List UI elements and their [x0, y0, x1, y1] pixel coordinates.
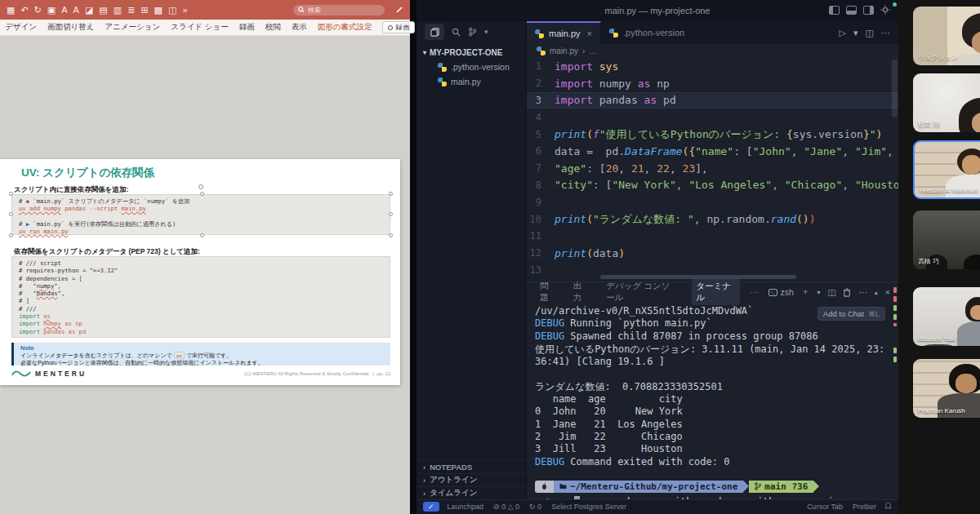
- ribbon-tab[interactable]: 図形の書式設定: [318, 22, 372, 33]
- toggle-sidebar-icon[interactable]: [829, 6, 840, 15]
- close-tab-icon[interactable]: ×: [587, 29, 592, 38]
- sidebar-section[interactable]: ›タイムライン: [416, 486, 526, 499]
- toolbar-icon[interactable]: ▥: [114, 6, 122, 15]
- slide-canvas[interactable]: UV: スクリプトの依存関係 スクリプト内に直接依存関係を追加: # ◆ `ma…: [0, 159, 400, 385]
- editor-tab[interactable]: main.py×: [527, 21, 601, 44]
- ribbon-tab[interactable]: スライド ショー: [171, 22, 228, 33]
- sidebar-section[interactable]: ›アウトライン: [416, 473, 526, 486]
- panel-tab[interactable]: 出力: [568, 279, 594, 305]
- notifications-bell-icon[interactable]: [884, 502, 892, 510]
- toolbar-icon[interactable]: A: [74, 6, 79, 15]
- code-line[interactable]: 7"age": [20, 21, 22, 23],: [527, 160, 898, 177]
- sidebar-section[interactable]: ›NOTEPADS: [416, 460, 526, 473]
- ribbon-tab[interactable]: 校閲: [265, 22, 281, 33]
- participant-video[interactable]: Hossain Al Mahmud: [913, 140, 980, 199]
- participant-video[interactable]: リュクション: [913, 7, 980, 65]
- run-button[interactable]: ▷: [840, 28, 846, 38]
- vertical-scrollbar[interactable]: [892, 60, 898, 117]
- statusbar-item[interactable]: Select Postgres Server: [551, 502, 626, 512]
- toolbar-icon[interactable]: ◫: [168, 6, 176, 15]
- selection-handle[interactable]: [389, 212, 393, 216]
- toolbar-icon[interactable]: ▦: [7, 6, 15, 15]
- toggle-secondary-sidebar-icon[interactable]: [863, 6, 874, 15]
- statusbar-item[interactable]: Prettier: [853, 502, 876, 512]
- selection-handle[interactable]: [9, 192, 13, 196]
- pencil-icon[interactable]: [395, 6, 403, 14]
- more-actions-icon[interactable]: ⋯: [858, 287, 867, 297]
- split-terminal-icon[interactable]: ◫: [827, 287, 835, 297]
- toolbar-icon[interactable]: ▩: [154, 6, 163, 15]
- editor-tab[interactable]: .python-version: [601, 21, 693, 44]
- kill-terminal-icon[interactable]: [843, 288, 851, 297]
- powerpoint-search-field[interactable]: 検索: [293, 5, 385, 16]
- slide-code-block-1[interactable]: # ◆ `main.py` スクリプトのメタデータに `numpy` を追加uv…: [11, 194, 390, 235]
- project-root-item[interactable]: ▾MY-PROJECT-ONE: [423, 46, 526, 60]
- search-icon[interactable]: [452, 28, 461, 37]
- slide-code-block-2[interactable]: # /// script# requires-python = ">=3.12"…: [11, 256, 390, 338]
- selection-handle[interactable]: [389, 233, 393, 237]
- code-line[interactable]: 8"city": ["New York", "Los Angeles", "Ch…: [527, 177, 898, 194]
- add-to-chat-button[interactable]: Add to Chat⌘L: [817, 307, 885, 321]
- panel-tab[interactable]: デバッグ コンソール: [601, 279, 683, 305]
- source-control-icon[interactable]: [468, 27, 477, 37]
- toolbar-icon[interactable]: ↻: [34, 6, 42, 15]
- toolbar-icon[interactable]: ▤: [99, 6, 107, 15]
- code-editor[interactable]: 1import sys2import numpy as np3import pa…: [527, 58, 898, 281]
- ribbon-tab[interactable]: アニメーション: [105, 22, 160, 33]
- toolbar-icon[interactable]: A: [61, 6, 67, 15]
- code-line[interactable]: 4: [527, 109, 898, 126]
- selection-handle[interactable]: [200, 233, 204, 237]
- ribbon-tab[interactable]: 録画: [239, 22, 255, 33]
- toolbar-icon[interactable]: ◪: [85, 6, 93, 15]
- selection-handle[interactable]: [9, 212, 13, 216]
- panel-tab[interactable]: 問題: [535, 279, 560, 305]
- statusbar-item[interactable]: Launchpad: [448, 502, 484, 512]
- statusbar-item[interactable]: ↻ 0: [529, 502, 541, 512]
- toolbar-icon[interactable]: ≣: [127, 6, 135, 15]
- split-editor-icon[interactable]: ◫: [866, 28, 874, 38]
- code-line[interactable]: 6data = pd.DataFrame({"name": ["John", "…: [527, 143, 898, 160]
- maximize-panel-icon[interactable]: ▴: [875, 289, 878, 296]
- ribbon-tab[interactable]: 画面切り替え: [47, 22, 94, 33]
- code-line[interactable]: 12print(data): [527, 245, 898, 262]
- statusbar-item[interactable]: Cursor Tab: [807, 502, 843, 512]
- close-panel-icon[interactable]: ×: [885, 287, 890, 297]
- remote-indicator[interactable]: ✓: [423, 502, 439, 512]
- code-line[interactable]: 5print(f"使用しているPythonのバージョン: {sys.versio…: [527, 126, 898, 143]
- code-line[interactable]: 2import numpy as np: [527, 75, 898, 92]
- selection-handle[interactable]: [9, 233, 13, 237]
- record-button[interactable]: 録画: [382, 21, 415, 33]
- selection-handle[interactable]: [200, 192, 204, 196]
- ribbon-tab[interactable]: デザイン: [5, 22, 37, 33]
- code-line[interactable]: 3import pandas as pd: [527, 92, 898, 109]
- chevron-down-icon[interactable]: ▾: [817, 289, 820, 296]
- terminal-output[interactable]: /uv/archive-v0/R_nXS5ntl5dtoJcMDvdWA`DEB…: [527, 303, 890, 499]
- statusbar-item[interactable]: ⊘ 0 △ 0: [493, 502, 519, 512]
- breadcrumb[interactable]: main.py › …: [527, 44, 898, 58]
- participant-video[interactable]: Atsunori Yaki: [913, 287, 980, 346]
- more-actions-icon[interactable]: ⋯: [881, 28, 890, 38]
- code-line[interactable]: 9: [527, 193, 898, 210]
- new-terminal-icon[interactable]: ＋: [801, 286, 810, 298]
- settings-gear-icon[interactable]: [880, 5, 890, 15]
- participant-video[interactable]: Pradhan Karush: [913, 359, 980, 418]
- toolbar-icon[interactable]: »: [182, 6, 187, 15]
- toggle-panel-icon[interactable]: [846, 6, 857, 15]
- panel-more-icon[interactable]: ⋯: [750, 287, 759, 297]
- ribbon-tab[interactable]: 表示: [292, 22, 307, 33]
- participant-video[interactable]: 松岡 翔: [913, 73, 980, 132]
- participant-video[interactable]: 高橋 巧: [913, 210, 980, 269]
- explorer-icon[interactable]: [425, 24, 444, 40]
- code-line[interactable]: 11: [527, 228, 898, 245]
- chevron-down-icon[interactable]: ▾: [484, 28, 488, 36]
- panel-tab[interactable]: ターミナル: [692, 279, 741, 305]
- chevron-down-icon[interactable]: ▾: [853, 28, 858, 38]
- shell-selector[interactable]: >_zsh: [768, 287, 794, 297]
- code-line[interactable]: 1import sys: [527, 58, 898, 75]
- toolbar-icon[interactable]: ⊞: [140, 6, 148, 15]
- rotate-handle[interactable]: [198, 184, 203, 189]
- file-item[interactable]: .python-version: [423, 60, 526, 74]
- code-line[interactable]: 10print("ランダムな数値: ", np.random.rand()): [527, 210, 898, 228]
- toolbar-icon[interactable]: ↶: [20, 6, 28, 15]
- toolbar-icon[interactable]: ▣: [47, 6, 56, 15]
